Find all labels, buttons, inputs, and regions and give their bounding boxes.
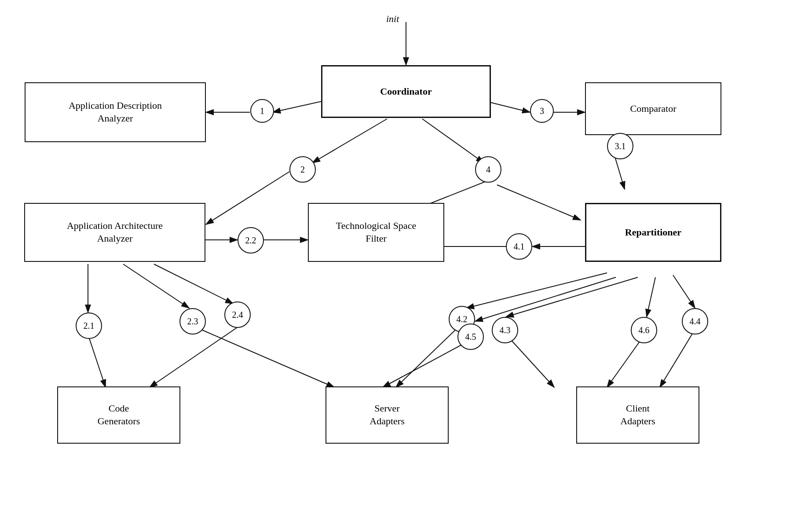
- app-arch-analyzer-box: Application ArchitectureAnalyzer: [24, 203, 205, 262]
- svg-line-10: [497, 185, 581, 220]
- circle-1: 1: [250, 99, 274, 123]
- circle-43: 4.3: [492, 317, 518, 343]
- app-desc-analyzer-box: Application DescriptionAnalyzer: [25, 82, 206, 142]
- svg-line-29: [647, 277, 655, 317]
- svg-line-22: [150, 326, 240, 387]
- svg-line-27: [506, 277, 638, 317]
- svg-line-7: [206, 172, 289, 224]
- svg-line-21: [154, 264, 233, 304]
- repartitioner-box: Repartitioner: [585, 203, 721, 262]
- svg-line-25: [475, 277, 616, 321]
- circle-46: 4.6: [631, 317, 657, 343]
- circle-41: 4.1: [506, 233, 532, 260]
- svg-line-28: [508, 337, 554, 387]
- tech-space-filter-box: Technological SpaceFilter: [308, 203, 444, 262]
- circle-2: 2: [289, 156, 316, 183]
- svg-line-23: [466, 273, 607, 308]
- svg-line-24: [396, 328, 457, 387]
- svg-line-32: [660, 328, 696, 387]
- architecture-diagram: init Coordinator Application Description…: [0, 0, 812, 511]
- code-generators-box: CodeGenerators: [57, 386, 180, 444]
- server-adapters-box: ServerAdapters: [326, 386, 449, 444]
- client-adapters-box: ClientAdapters: [576, 386, 699, 444]
- svg-line-8: [422, 119, 484, 163]
- init-label: init: [386, 13, 399, 25]
- circle-24: 2.4: [224, 301, 251, 328]
- svg-line-19: [123, 264, 189, 308]
- svg-line-20: [202, 330, 334, 387]
- circle-23: 2.3: [179, 308, 206, 335]
- circle-45: 4.5: [457, 324, 484, 350]
- svg-line-6: [312, 119, 387, 163]
- circle-22: 2.2: [238, 227, 264, 254]
- circle-31: 3.1: [607, 133, 633, 159]
- svg-line-18: [88, 335, 106, 387]
- svg-line-26: [383, 341, 468, 387]
- circle-4: 4: [475, 156, 501, 183]
- circle-3: 3: [530, 99, 554, 123]
- circle-44: 4.4: [682, 308, 708, 335]
- coordinator-box: Coordinator: [321, 65, 491, 118]
- svg-line-31: [673, 275, 695, 308]
- circle-21: 2.1: [76, 312, 102, 339]
- svg-line-30: [607, 337, 643, 387]
- comparator-box: Comparator: [585, 82, 721, 135]
